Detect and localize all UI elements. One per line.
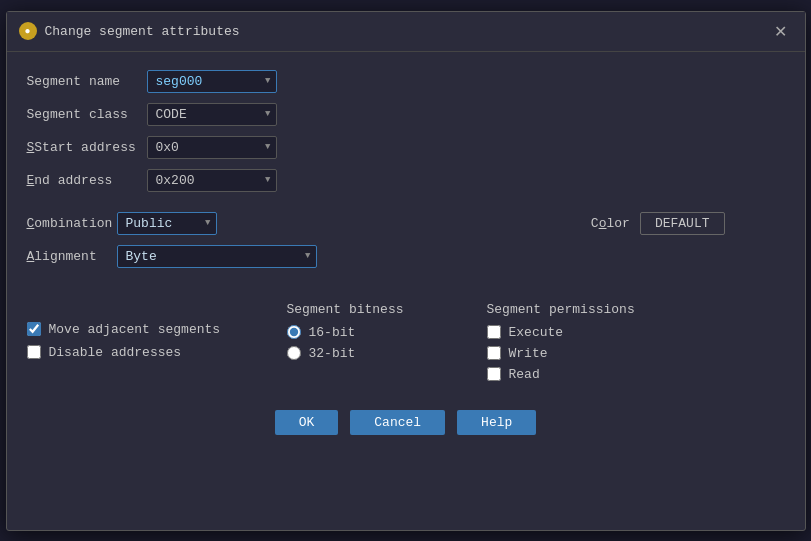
help-button[interactable]: Help: [457, 410, 536, 435]
move-adjacent-row: Move adjacent segments: [27, 322, 287, 337]
start-address-row: SStart address 0x0: [27, 136, 785, 159]
lower-section: Move adjacent segments Disable addresses…: [27, 302, 785, 388]
bitness-32-radio[interactable]: [287, 346, 301, 360]
read-label: Read: [509, 367, 540, 382]
start-address-wrapper: 0x0: [147, 136, 277, 159]
combination-label: Combination: [27, 216, 117, 231]
change-segment-dialog: ● Change segment attributes ✕ Segment na…: [6, 11, 806, 531]
title-bar: ● Change segment attributes ✕: [7, 12, 805, 52]
color-section: Color DEFAULT: [591, 212, 725, 235]
write-checkbox[interactable]: [487, 346, 501, 360]
segment-name-wrapper: seg000: [147, 70, 277, 93]
bitness-16-label: 16-bit: [309, 325, 356, 340]
ok-button[interactable]: OK: [275, 410, 339, 435]
move-adjacent-label: Move adjacent segments: [49, 322, 221, 337]
checkboxes-section: Move adjacent segments Disable addresses: [27, 302, 287, 388]
segment-name-select[interactable]: seg000: [147, 70, 277, 93]
execute-label: Execute: [509, 325, 564, 340]
write-row: Write: [487, 346, 785, 361]
end-address-wrapper: 0x200: [147, 169, 277, 192]
disable-addresses-row: Disable addresses: [27, 345, 287, 360]
bitness-32-label: 32-bit: [309, 346, 356, 361]
move-adjacent-checkbox[interactable]: [27, 322, 41, 336]
segment-name-row: Segment name seg000: [27, 70, 785, 93]
start-address-label: SStart address: [27, 140, 147, 155]
end-address-select[interactable]: 0x200: [147, 169, 277, 192]
bitness-title: Segment bitness: [287, 302, 487, 317]
bitness-16-row: 16-bit: [287, 325, 487, 340]
alignment-select[interactable]: Byte Word Dword Paragraph Page: [117, 245, 317, 268]
dialog-icon: ●: [19, 22, 37, 40]
permissions-title: Segment permissions: [487, 302, 785, 317]
permissions-section: Segment permissions Execute Write Read: [487, 302, 785, 388]
execute-checkbox[interactable]: [487, 325, 501, 339]
bitness-section: Segment bitness 16-bit 32-bit: [287, 302, 487, 388]
disable-addresses-label: Disable addresses: [49, 345, 182, 360]
alignment-row: Alignment Byte Word Dword Paragraph Page: [27, 245, 785, 268]
bitness-32-row: 32-bit: [287, 346, 487, 361]
write-label: Write: [509, 346, 548, 361]
button-bar: OK Cancel Help: [27, 410, 785, 445]
end-address-row: End address 0x200: [27, 169, 785, 192]
close-button[interactable]: ✕: [768, 20, 793, 43]
bitness-16-radio[interactable]: [287, 325, 301, 339]
alignment-label: Alignment: [27, 249, 117, 264]
combination-color-row: Combination Public Private Stack Common …: [27, 212, 785, 235]
disable-addresses-checkbox[interactable]: [27, 345, 41, 359]
dialog-title: Change segment attributes: [45, 24, 240, 39]
combination-wrapper: Public Private Stack Common: [117, 212, 217, 235]
color-label: Color: [591, 216, 630, 231]
combination-select[interactable]: Public Private Stack Common: [117, 212, 217, 235]
alignment-wrapper: Byte Word Dword Paragraph Page: [117, 245, 317, 268]
segment-class-select[interactable]: CODE: [147, 103, 277, 126]
read-checkbox[interactable]: [487, 367, 501, 381]
end-address-label: End address: [27, 173, 147, 188]
cancel-button[interactable]: Cancel: [350, 410, 445, 435]
color-button[interactable]: DEFAULT: [640, 212, 725, 235]
segment-class-label: Segment class: [27, 107, 147, 122]
segment-class-row: Segment class CODE: [27, 103, 785, 126]
execute-row: Execute: [487, 325, 785, 340]
segment-class-wrapper: CODE: [147, 103, 277, 126]
segment-name-label: Segment name: [27, 74, 147, 89]
read-row: Read: [487, 367, 785, 382]
start-address-select[interactable]: 0x0: [147, 136, 277, 159]
